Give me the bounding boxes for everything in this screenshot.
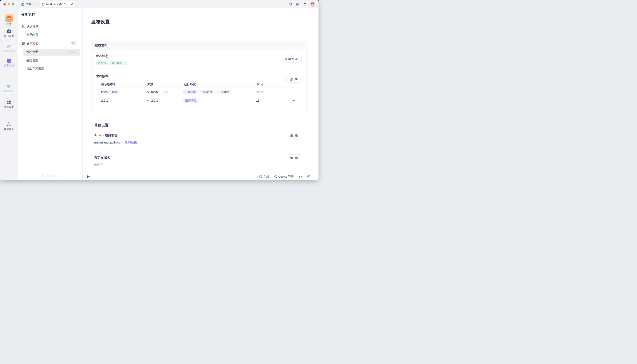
custom-domain-label: 自定义域名 — [94, 156, 308, 160]
title-divider — [91, 32, 308, 32]
sidebar-item-label: 发布设置 — [26, 50, 38, 54]
notifications-bell-icon[interactable] — [303, 2, 308, 7]
rail-item-request-history[interactable]: 请求历史 — [4, 84, 14, 93]
rail-item-automated-testing[interactable]: 自动化测试 — [3, 44, 15, 52]
publish-versions-section: 发布版本 添 加 显示版本号 来源 运行环境 Slug — [93, 70, 306, 114]
version-row-latest[interactable]: latest 默认 main 主分支 — [101, 88, 297, 96]
tab-separator — [38, 2, 38, 6]
env-more-ellipsis: ... — [233, 90, 236, 94]
titlebar-actions — [288, 2, 318, 7]
request-history-icon — [7, 84, 12, 89]
collapse-sidebar-icon[interactable] — [87, 175, 90, 178]
share-docs-icon — [7, 58, 12, 63]
app-window: 主窗口 Medusa 商城 API — [0, 0, 318, 180]
cancel-publish-button[interactable]: 取消发布 — [281, 56, 302, 62]
cookie-manager[interactable]: Cookie 管理 — [274, 175, 294, 179]
version-value: latest — [101, 90, 108, 94]
col-header-version: 显示版本号 — [101, 82, 147, 86]
col-header-env: 运行环境 — [184, 82, 257, 86]
status-published-badge: 已发布 — [96, 61, 108, 65]
theme-shirt-icon[interactable] — [299, 175, 302, 178]
online-publish-card: 在线发布 发布状态 已发布 公开发布 取消发布 — [91, 41, 308, 114]
edit-custom-domain-button[interactable]: 编 辑 — [287, 154, 302, 162]
user-avatar[interactable] — [310, 2, 315, 7]
sidebar-item-basic-settings[interactable]: 基础设置 — [18, 56, 82, 64]
sidebar-title: 分享文档 — [18, 12, 82, 17]
sidebar-item-label: 基础设置 — [26, 59, 38, 62]
version-value: 2.2.1 — [101, 99, 108, 102]
edit-project-url-button[interactable]: 编 辑 — [287, 132, 302, 139]
page-title: 发布设置 — [91, 19, 308, 25]
versions-table: 显示版本号 来源 运行环境 Slug latest 默认 — [101, 81, 297, 105]
rail-item-share-docs[interactable]: 分享文档 — [4, 58, 14, 67]
apifox-watermark: Apifox — [18, 173, 82, 178]
row-actions-more-icon[interactable]: ··· — [293, 99, 297, 102]
automated-testing-icon — [7, 44, 12, 49]
settings-gear-icon[interactable] — [295, 2, 300, 7]
fox-logo-icon — [6, 15, 12, 21]
quick-share-doc-icon — [22, 24, 25, 28]
version-row-221[interactable]: 2.2.1 2.2.1 正式环境 — [101, 96, 297, 105]
preview-link[interactable]: 预览 — [70, 42, 82, 46]
tab-medusa-api[interactable]: Medusa 商城 API — [40, 1, 75, 7]
sidebar: 分享文档 快捷分享 分享列表 发布文档 预览 — [18, 8, 83, 180]
apifox-logo-icon — [41, 174, 45, 178]
home-tab[interactable]: 主窗口 — [21, 2, 38, 6]
close-window-button[interactable] — [3, 3, 6, 6]
sidebar-item-share-list[interactable]: 分享列表 — [18, 30, 82, 38]
slug-value: v2 — [256, 99, 259, 102]
env-badge-prod: 正式环境 — [217, 90, 231, 94]
online-status[interactable]: 在线 — [259, 175, 269, 179]
custom-domain-item: 自定义域名 未使用 编 辑 — [94, 150, 308, 172]
rail-label: 项目设置 — [4, 106, 14, 108]
main-scroll-area[interactable]: 发布设置 在线发布 发布状态 已发布 公开发布 — [83, 8, 318, 173]
online-publish-header: 在线发布 — [91, 41, 308, 50]
col-header-source: 来源 — [147, 82, 184, 86]
git-branch-icon — [147, 90, 150, 94]
cookie-manager-label: Cookie 管理 — [278, 175, 294, 179]
other-settings-section: 其他设置 Apifox 项目地址 medusaapi.apifox.cn 复制链… — [91, 123, 308, 173]
help-icon[interactable] — [307, 175, 311, 178]
sidebar-item-publish-doc[interactable]: 发布文档 预览 — [18, 40, 82, 48]
apihub-item: 发布到 API Hub ? 未发布 申请发布 — [94, 172, 308, 173]
rail-item-api-management[interactable]: 接口管理 — [4, 29, 14, 38]
online-publish-body: 发布状态 已发布 公开发布 取消发布 发布版本 — [93, 50, 306, 114]
status-bar: 在线 Cookie 管理 — [83, 173, 318, 180]
apifox-watermark-text: Apifox — [46, 173, 60, 178]
sidebar-item-layout-settings[interactable]: 页面布局设置 — [18, 64, 82, 72]
env-badge-dev: 开发环境 — [183, 90, 197, 94]
main-panel: 发布设置 在线发布 发布状态 已发布 公开发布 — [83, 8, 318, 180]
col-header-slug: Slug — [257, 83, 295, 86]
project-logo[interactable] — [5, 14, 13, 22]
zoom-window-button[interactable] — [12, 3, 14, 6]
status-public-dropdown[interactable]: 公开发布 — [110, 61, 127, 65]
publish-versions-label: 发布版本 — [96, 74, 302, 78]
minimize-window-button[interactable] — [8, 3, 10, 6]
project-url-value: medusaapi.apifox.cn — [94, 141, 122, 144]
rail-item-project-settings[interactable]: 项目设置 — [4, 100, 14, 108]
other-settings-title: 其他设置 — [94, 123, 308, 128]
publish-status-section: 发布状态 已发布 公开发布 取消发布 — [93, 50, 306, 70]
rail-label: 邀请成员 — [4, 127, 14, 130]
rail-item-invite-members[interactable]: 邀请成员 — [4, 122, 14, 130]
project-settings-icon — [7, 100, 12, 105]
titlebar: 主窗口 Medusa 商城 API — [0, 0, 318, 8]
custom-domain-value: 未使用 — [94, 163, 103, 167]
copy-link[interactable]: 复制链接 — [125, 140, 137, 144]
env-badge-prod: 正式环境 — [183, 98, 197, 103]
rail-label: 请求历史 — [4, 90, 14, 93]
sidebar-item-publish-settings-active[interactable]: 发布设置 已发布 — [23, 48, 80, 56]
window-controls — [3, 3, 14, 6]
rail-label: 分享文档 — [4, 64, 14, 67]
check-circle-icon — [259, 175, 262, 178]
left-rail: 公开 接口管理 自动化测试 分享文档 — [0, 8, 18, 180]
refresh-icon[interactable] — [288, 2, 293, 7]
published-status-tag: 已发布 — [68, 50, 77, 54]
sidebar-item-quick-share[interactable]: 快捷分享 — [18, 22, 82, 30]
tab-close-icon[interactable] — [71, 3, 73, 6]
slug-value: latest — [256, 90, 263, 94]
sidebar-item-label: 发布文档 — [27, 42, 38, 46]
chevron-down-icon — [123, 62, 125, 64]
row-actions-more-icon[interactable]: ··· — [293, 90, 297, 94]
add-version-button[interactable]: 添 加 — [287, 76, 302, 83]
